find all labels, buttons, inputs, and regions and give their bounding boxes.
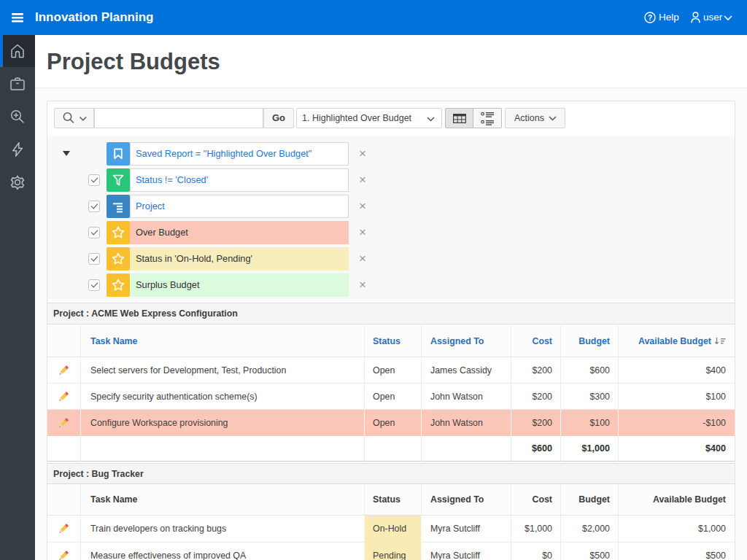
svg-text:?: ?: [648, 14, 652, 22]
